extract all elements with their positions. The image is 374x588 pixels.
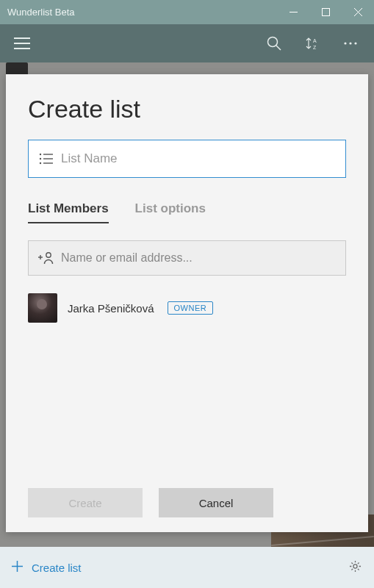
close-icon [354,8,362,16]
create-button[interactable]: Create [28,488,143,517]
svg-point-7 [268,37,278,47]
svg-point-19 [40,158,41,159]
list-icon [36,153,57,165]
svg-point-13 [354,42,356,44]
svg-point-25 [46,253,51,257]
window-controls [277,0,374,24]
more-icon [343,41,358,46]
window-title: Wunderlist Beta [7,7,277,18]
plus-icon [12,561,23,574]
minimize-button[interactable] [277,0,309,24]
create-list-dialog: Create list List Members List options [6,74,368,532]
gear-icon [348,559,362,573]
dialog-spacer [28,323,346,488]
window-titlebar: Wunderlist Beta [0,0,374,24]
svg-point-16 [353,564,357,568]
close-button[interactable] [342,0,374,24]
maximize-icon [322,8,330,16]
menu-button[interactable] [4,37,40,49]
svg-rect-1 [322,9,329,16]
tab-members[interactable]: List Members [28,197,109,223]
settings-button[interactable] [348,559,362,576]
member-row: Jarka Pšeničková OWNER [28,293,346,323]
list-name-input[interactable] [57,151,338,166]
svg-point-12 [349,42,351,44]
search-icon [267,36,281,51]
member-name: Jarka Pšeničková [68,302,154,315]
member-search-input[interactable] [57,251,338,265]
create-list-link[interactable]: Create list [32,562,82,574]
svg-point-11 [344,42,346,44]
hamburger-icon [14,37,30,49]
search-button[interactable] [255,36,293,51]
svg-point-21 [40,162,41,164]
minimize-icon [290,8,298,16]
dialog-tabs: List Members List options [28,197,346,224]
svg-text:A: A [313,38,317,43]
dialog-title: Create list [28,95,346,123]
app-toolbar: A Z [0,24,374,62]
sort-button[interactable]: A Z [293,36,331,51]
list-name-field[interactable] [28,140,346,178]
svg-text:Z: Z [313,45,317,50]
more-button[interactable] [331,41,370,46]
cancel-button[interactable]: Cancel [159,488,273,517]
svg-point-17 [40,154,41,155]
sort-az-icon: A Z [305,36,320,51]
tab-options[interactable]: List options [135,197,206,223]
dialog-buttons: Create Cancel [28,488,346,517]
bottom-bar: Create list [0,547,374,588]
avatar [28,293,57,323]
owner-badge: OWNER [168,301,214,315]
svg-line-8 [276,46,281,50]
add-person-icon [36,251,57,265]
maximize-button[interactable] [309,0,342,24]
member-search-field[interactable] [28,240,346,276]
